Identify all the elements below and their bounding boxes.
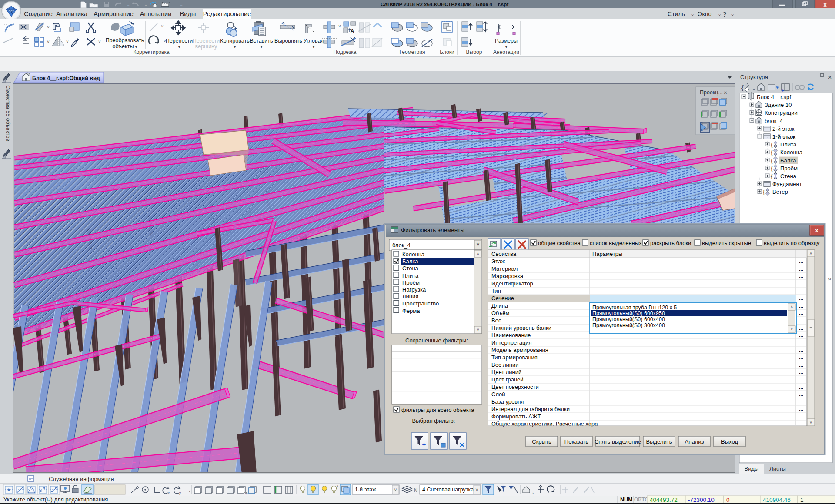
svg-text:САПФИР 2018 R2 x64-КОНСТРУКЦИИ: САПФИР 2018 R2 x64-КОНСТРУКЦИИ - Блок 4_… — [381, 2, 508, 7]
svg-text:⌄: ⌄ — [531, 490, 535, 494]
svg-text:...: ... — [799, 310, 803, 316]
svg-text:y: y — [179, 491, 181, 495]
svg-text:Угловая: Угловая — [304, 38, 324, 44]
svg-text:⌄: ⌄ — [752, 86, 755, 91]
svg-text:▾: ▾ — [234, 45, 236, 49]
svg-text:Свойства 55 объектов: Свойства 55 объектов — [5, 85, 11, 141]
svg-text:Здание 10: Здание 10 — [765, 102, 792, 108]
svg-text:Ферма: Ферма — [402, 308, 420, 314]
svg-text:Пространство: Пространство — [402, 300, 439, 307]
svg-text:Блок 4__r.spf:Общий вид: Блок 4__r.spf:Общий вид — [32, 75, 100, 81]
svg-text:Наименование: Наименование — [491, 332, 531, 338]
svg-text:▾: ▾ — [261, 45, 262, 49]
svg-text:Проём: Проём — [402, 279, 420, 286]
svg-text:˅: ˅ — [47, 40, 50, 44]
svg-text:4.Снеговая нагрузка: 4.Снеговая нагрузка — [422, 487, 474, 493]
svg-text:Плита: Плита — [780, 141, 797, 148]
svg-text:Армирование: Армирование — [94, 10, 134, 17]
svg-text:...: ... — [799, 406, 803, 412]
svg-text:{: { — [771, 173, 773, 179]
svg-text:База уровня: База уровня — [491, 398, 524, 405]
svg-text:✕: ✕ — [94, 76, 98, 81]
svg-text:...: ... — [799, 391, 803, 398]
svg-text:Виды: Виды — [180, 10, 196, 17]
svg-text:...: ... — [799, 377, 803, 383]
svg-text:Фильтровать элементы: Фильтровать элементы — [401, 227, 464, 233]
svg-text:Перенести: Перенести — [166, 38, 193, 44]
svg-text:Тип: Тип — [491, 288, 501, 294]
svg-text:{: { — [763, 189, 765, 195]
svg-text:Колонна: Колонна — [780, 149, 803, 156]
svg-text:Прямоугольная труба Гн.□120 x: Прямоугольная труба Гн.□120 x 5 — [592, 305, 677, 311]
svg-text:⚙: ⚙ — [245, 491, 248, 495]
svg-text:список выделенных: список выделенных — [590, 240, 642, 246]
svg-text:Блок 4__r.spf: Блок 4__r.spf — [757, 94, 791, 100]
svg-text:Анализ: Анализ — [685, 438, 704, 445]
svg-text:Материал: Материал — [491, 265, 518, 272]
svg-text:Конструкции: Конструкции — [765, 109, 798, 116]
svg-text:˅: ˅ — [791, 327, 793, 332]
svg-text:Снять выделение: Снять выделение — [595, 438, 641, 445]
svg-text:{: { — [771, 149, 773, 156]
svg-text:...: ... — [799, 318, 803, 324]
svg-text:{: { — [741, 84, 744, 91]
svg-text:1: 1 — [800, 497, 804, 503]
svg-text:...: ... — [799, 384, 803, 390]
svg-text:+: + — [782, 88, 784, 93]
svg-text:⌄: ⌄ — [731, 11, 735, 17]
svg-text:Выход: Выход — [721, 438, 738, 445]
svg-text:ОРТО: ОРТО — [634, 497, 649, 503]
svg-text:Параметры: Параметры — [592, 251, 622, 257]
svg-text:{: { — [771, 157, 773, 164]
svg-text:Свойства: Свойства — [491, 251, 517, 257]
svg-text:Виды: Виды — [745, 465, 759, 472]
svg-text:Объём: Объём — [491, 310, 509, 316]
svg-text:Вес линии: Вес линии — [491, 361, 519, 368]
svg-text:˅: ˅ — [477, 328, 479, 332]
svg-text:Прямоугольный(S0) 600х400: Прямоугольный(S0) 600х400 — [592, 316, 665, 322]
svg-text:...: ... — [799, 295, 803, 302]
svg-text:Цвет граней: Цвет граней — [491, 376, 524, 383]
svg-text:Колонна: Колонна — [402, 251, 425, 258]
svg-text:Корректировка: Корректировка — [133, 49, 170, 55]
svg-text:˅: ˅ — [338, 24, 341, 29]
svg-text:⌄: ⌄ — [180, 2, 183, 7]
svg-text:⌄: ⌄ — [144, 2, 147, 7]
svg-text:Подрезка: Подрезка — [334, 49, 357, 55]
svg-text:Ветер: Ветер — [772, 189, 788, 195]
svg-text:NUM: NUM — [620, 497, 632, 503]
svg-text:⌄: ⌄ — [127, 2, 130, 7]
svg-text:Блоки: Блоки — [440, 49, 454, 55]
svg-text:...: ... — [799, 347, 803, 353]
svg-text:˅: ˅ — [810, 420, 812, 425]
svg-text:Стена: Стена — [780, 173, 797, 179]
svg-text:общие свойства: общие свойства — [538, 240, 581, 246]
svg-text:Прямоугольный(S0) 600х950: Прямоугольный(S0) 600х950 — [592, 310, 665, 316]
svg-text:Вес: Вес — [491, 317, 501, 324]
svg-text:⌄: ⌄ — [691, 11, 695, 17]
svg-text:˅: ˅ — [475, 487, 478, 492]
svg-text:Плита: Плита — [402, 272, 419, 279]
svg-text:вершину: вершину — [195, 43, 217, 50]
svg-text:°: ° — [337, 484, 338, 489]
svg-text:Выровнять: Выровнять — [274, 38, 302, 44]
svg-text:Выбран фильтр:: Выбран фильтр: — [412, 418, 455, 424]
svg-text:N: N — [414, 487, 418, 494]
svg-text:Прямоугольный(S0) 300х400: Прямоугольный(S0) 300х400 — [592, 322, 665, 328]
svg-text:фильтры для всего объекта: фильтры для всего объекта — [401, 407, 474, 413]
svg-text:Стиль: Стиль — [668, 10, 685, 17]
svg-text:⌄: ⌄ — [718, 11, 721, 17]
svg-text:0: 0 — [726, 497, 730, 503]
svg-text:...: ... — [799, 303, 803, 309]
svg-text:{: { — [771, 141, 773, 148]
svg-text:...: ... — [799, 355, 803, 361]
svg-text:Размеры: Размеры — [495, 38, 518, 44]
svg-text:Укажите объект(ы) для редактир: Укажите объект(ы) для редактирования — [3, 496, 108, 503]
svg-text:объекты: объекты — [113, 43, 134, 50]
svg-text:Сохраненные фильтры:: Сохраненные фильтры: — [405, 337, 468, 344]
svg-text:выделить по образцу: выделить по образцу — [764, 240, 820, 246]
svg-text:Скрыть: Скрыть — [532, 438, 551, 445]
svg-text:˅: ˅ — [98, 40, 101, 44]
svg-text:Модель армирования: Модель армирования — [491, 347, 548, 353]
svg-text:Стена: Стена — [402, 265, 419, 272]
